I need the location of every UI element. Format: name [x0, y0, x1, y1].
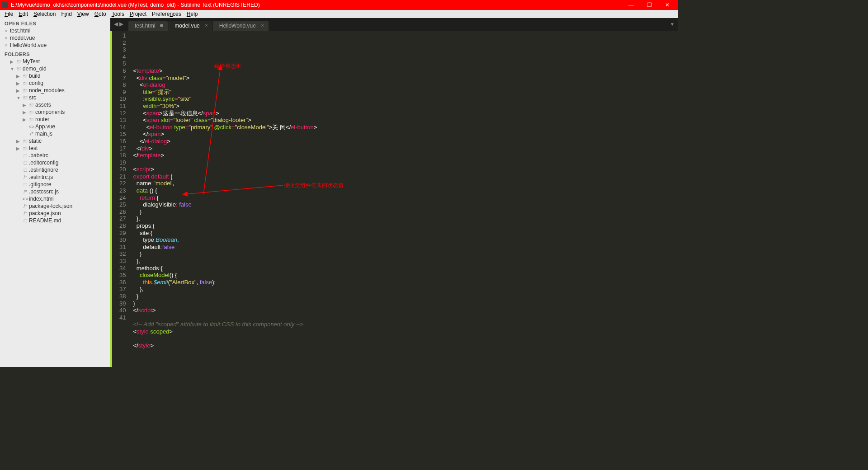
line-gutter: 1234567891011121314151617181920212223242… [112, 31, 130, 367]
file-icon: /* [22, 189, 29, 194]
code-content[interactable]: 赋给模态框 接收父组件传来的状态值 <template> <div class=… [130, 31, 317, 367]
file-icon: □ [22, 182, 29, 187]
folder-icon [22, 88, 29, 93]
maximize-button[interactable]: ❐ [640, 0, 658, 10]
expand-icon[interactable]: ▶ [23, 103, 28, 108]
sidebar: OPEN FILES ×test.html×model.vue×HelloWor… [0, 18, 110, 367]
file-icon: □ [22, 153, 29, 158]
folder-icon [28, 103, 35, 108]
file-icon: /* [22, 174, 29, 180]
folder-item[interactable]: ▼demo_old [0, 65, 110, 72]
close-tab-icon[interactable]: × [261, 23, 264, 28]
close-tab-icon[interactable]: × [205, 23, 208, 28]
menu-project[interactable]: Project [127, 11, 149, 17]
menubar: File Edit Selection Find View Goto Tools… [0, 10, 678, 18]
tab-overflow-icon[interactable]: ▼ [670, 22, 675, 27]
folder-icon [22, 74, 29, 79]
folder-item[interactable]: ▶config [0, 80, 110, 87]
folder-item[interactable]: ▶node_modules [0, 87, 110, 94]
menu-tools[interactable]: Tools [109, 11, 127, 17]
close-button[interactable]: ✕ [658, 0, 676, 10]
menu-goto[interactable]: Goto [92, 11, 109, 17]
file-icon: □ [22, 218, 29, 223]
menu-preferences[interactable]: Preferences [149, 11, 184, 17]
file-item[interactable]: □.eslintignore [0, 166, 110, 174]
code-editor[interactable]: 1234567891011121314151617181920212223242… [110, 31, 678, 367]
file-icon: □ [22, 160, 29, 165]
dirty-indicator-icon[interactable] [160, 24, 163, 27]
editor-tab[interactable]: model.vue× [168, 21, 212, 31]
file-item[interactable]: /*main.js [0, 130, 110, 137]
expand-icon[interactable]: ▼ [16, 95, 22, 100]
close-file-icon[interactable]: × [5, 42, 10, 48]
file-icon: □ [22, 167, 29, 173]
menu-file[interactable]: File [2, 11, 16, 17]
app-icon [2, 2, 8, 8]
folder-item[interactable]: ▶components [0, 108, 110, 116]
editor-tab[interactable]: test.html [128, 21, 168, 31]
folder-icon [15, 66, 23, 71]
folder-item[interactable]: ▶test [0, 145, 110, 152]
open-files-header: OPEN FILES [0, 18, 110, 27]
folder-icon [28, 110, 35, 115]
tab-nav-arrows[interactable]: ◀ ▶ [114, 21, 123, 27]
expand-icon[interactable]: ▶ [23, 117, 28, 122]
folder-item[interactable]: ▶MyTest [0, 58, 110, 65]
open-file-item[interactable]: ×HelloWorld.vue [0, 42, 110, 49]
file-item[interactable]: <>index.html [0, 195, 110, 202]
folder-icon [22, 95, 29, 100]
folder-item[interactable]: ▼src [0, 94, 110, 101]
folder-icon [28, 117, 35, 122]
menu-find[interactable]: Find [58, 11, 74, 17]
expand-icon[interactable]: ▶ [23, 110, 28, 115]
file-item[interactable]: □.editorconfig [0, 159, 110, 166]
expand-icon[interactable]: ▼ [10, 66, 15, 71]
folder-item[interactable]: ▶static [0, 137, 110, 145]
file-item[interactable]: □.gitignore [0, 181, 110, 188]
close-file-icon[interactable]: × [5, 28, 10, 33]
window-title: E:\My\vue\demo_old\src\components\model.… [11, 2, 622, 8]
file-icon: <> [28, 124, 35, 129]
expand-icon[interactable]: ▶ [16, 139, 22, 144]
file-icon: /* [22, 203, 29, 209]
expand-icon[interactable]: ▶ [16, 146, 22, 151]
file-item[interactable]: □README.md [0, 217, 110, 224]
close-file-icon[interactable]: × [5, 35, 10, 41]
file-icon: /* [22, 211, 29, 216]
file-item[interactable]: /*package-lock.json [0, 202, 110, 210]
file-item[interactable]: <>App.vue [0, 123, 110, 130]
folder-icon [22, 146, 29, 151]
file-icon: /* [28, 131, 35, 136]
open-file-item[interactable]: ×test.html [0, 27, 110, 34]
file-item[interactable]: /*.eslintrc.js [0, 174, 110, 181]
folder-item[interactable]: ▶build [0, 72, 110, 80]
expand-icon[interactable]: ▶ [10, 59, 15, 64]
file-item[interactable]: /*.postcssrc.js [0, 188, 110, 195]
folder-icon [22, 139, 29, 144]
file-item[interactable]: /*package.json [0, 210, 110, 217]
menu-view[interactable]: View [75, 11, 92, 17]
minimize-button[interactable]: — [622, 0, 640, 10]
expand-icon[interactable]: ▶ [16, 74, 22, 79]
file-item[interactable]: □.babelrc [0, 152, 110, 159]
expand-icon[interactable]: ▶ [16, 81, 22, 86]
editor-tab[interactable]: HelloWorld.vue× [213, 21, 269, 31]
folders-header: FOLDERS [0, 49, 110, 58]
titlebar: E:\My\vue\demo_old\src\components\model.… [0, 0, 678, 10]
tabbar: ◀ ▶ test.htmlmodel.vue×HelloWorld.vue× ▼ [110, 18, 678, 31]
file-icon: <> [22, 196, 29, 202]
open-file-item[interactable]: ×model.vue [0, 34, 110, 42]
menu-edit[interactable]: Edit [16, 11, 31, 17]
folder-item[interactable]: ▶assets [0, 101, 110, 108]
folder-icon [22, 81, 29, 86]
menu-help[interactable]: Help [184, 11, 201, 17]
folder-icon [15, 59, 23, 64]
expand-icon[interactable]: ▶ [16, 88, 22, 93]
menu-selection[interactable]: Selection [31, 11, 58, 17]
folder-item[interactable]: ▶router [0, 116, 110, 123]
